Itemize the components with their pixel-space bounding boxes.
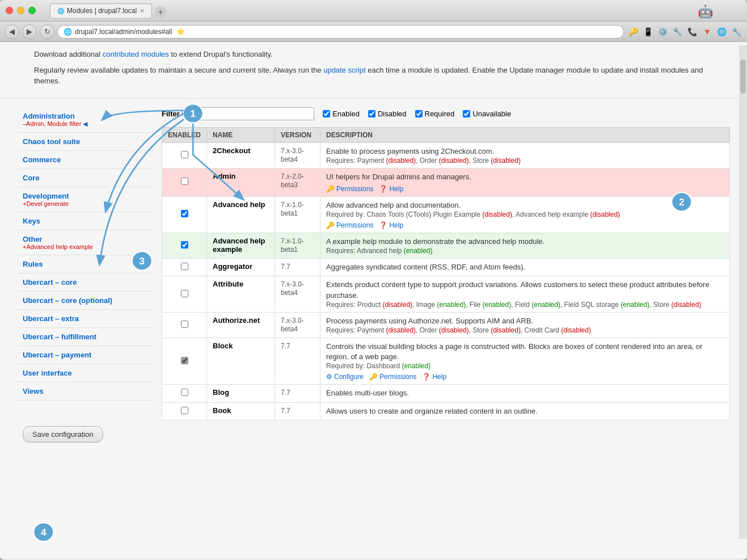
nav-icon-1[interactable]: 🔑 — [627, 26, 639, 38]
module-name: Admin — [213, 172, 235, 180]
nav-icon-2[interactable]: 📱 — [642, 26, 654, 38]
sidebar-link-views[interactable]: Views — [23, 387, 44, 395]
nav-icon-7[interactable]: 🌐 — [715, 26, 728, 38]
page-content: Download additional contributed modules … — [0, 42, 747, 558]
module-help-link[interactable]: ❓Help — [422, 373, 446, 381]
sidebar-link-ubercart-core[interactable]: Ubercart – core — [23, 278, 77, 287]
nav-icon-8[interactable]: 🔧 — [730, 26, 742, 38]
filter-unavailable[interactable]: Unavailable — [463, 110, 511, 118]
sidebar-link-ubercart-payment[interactable]: Ubercart – payment — [23, 351, 91, 359]
module-enable-checkbox[interactable] — [181, 151, 188, 158]
sidebar-item-keys[interactable]: Keys — [17, 212, 153, 230]
scrollbar[interactable] — [739, 45, 747, 539]
filter-disabled[interactable]: Disabled — [368, 110, 407, 118]
forward-button[interactable]: ▶ — [22, 24, 37, 39]
nav-icon-5[interactable]: 📞 — [686, 26, 698, 38]
sidebar-item-other[interactable]: Other +Advanced help example — [17, 230, 153, 255]
maximize-button[interactable] — [28, 7, 36, 14]
nav-icon-4[interactable]: 🔧 — [671, 26, 683, 38]
module-permissions-link[interactable]: 🔑Permissions — [326, 185, 373, 193]
module-configure-link[interactable]: ⚙Configure — [326, 373, 364, 381]
module-enable-checkbox[interactable] — [181, 357, 188, 364]
module-version-cell: 7.x-2.0-beta3 — [275, 168, 320, 196]
module-help-link[interactable]: ❓Help — [379, 221, 403, 229]
module-description-cell: A example help module to demonstrate the… — [320, 233, 730, 259]
sidebar-link-development[interactable]: Development — [23, 192, 69, 200]
module-permissions-link[interactable]: 🔑Permissions — [326, 221, 373, 229]
sidebar-link-ubercart-fulfill[interactable]: Ubercart – fulfillment — [23, 332, 96, 341]
filter-required[interactable]: Required — [415, 110, 455, 118]
module-version-cell: 7.x-3.0-beta4 — [275, 276, 320, 312]
filter-enabled[interactable]: Enabled — [323, 110, 360, 118]
sidebar-link-administration[interactable]: Administration — [23, 112, 75, 120]
sidebar-link-core[interactable]: Core — [23, 174, 40, 182]
sidebar-link-keys[interactable]: Keys — [23, 217, 40, 225]
refresh-button[interactable]: ↻ — [40, 24, 54, 39]
help-icon: ❓ — [422, 373, 431, 381]
module-name-cell: Block — [207, 338, 275, 385]
contributed-modules-link[interactable]: contributed modules — [103, 50, 169, 58]
address-bar[interactable]: 🌐 drupal7.local/admin/modules#all ⭐ — [57, 25, 624, 39]
nav-icon-6[interactable]: 🔻 — [700, 26, 713, 38]
module-enable-checkbox[interactable] — [181, 210, 188, 217]
sidebar-link-ui[interactable]: User interface — [23, 369, 72, 377]
back-button[interactable]: ◀ — [5, 24, 19, 39]
filter-unavailable-checkbox[interactable] — [463, 110, 470, 117]
table-row: Blog7.7Enables multi-user blogs. — [162, 385, 730, 402]
sidebar-item-development[interactable]: Development +Devel generate — [17, 187, 153, 212]
sidebar-item-commerce[interactable]: Commerce — [17, 151, 153, 169]
module-name: Advanced help example — [213, 237, 265, 254]
module-name-cell: Advanced help — [207, 196, 275, 233]
sidebar-link-chaos[interactable]: Chaos tool suite — [23, 137, 80, 146]
content-area: 1 2 3 4 — [0, 99, 747, 559]
sidebar-item-ubercart-fulfill[interactable]: Ubercart – fulfillment — [17, 328, 153, 346]
filter-required-checkbox[interactable] — [415, 110, 423, 117]
sidebar-link-other[interactable]: Other — [23, 235, 43, 243]
active-tab[interactable]: 🌐 Modules | drupal7.local ✕ — [50, 3, 152, 18]
sidebar-link-commerce[interactable]: Commerce — [23, 155, 61, 164]
permissions-icon: 🔑 — [326, 185, 335, 193]
sidebar-link-rules[interactable]: Rules — [23, 260, 43, 268]
configure-icon: ⚙ — [326, 373, 332, 381]
module-enable-checkbox[interactable] — [181, 241, 188, 249]
module-enable-checkbox[interactable] — [181, 290, 188, 297]
col-name: NAME — [207, 127, 275, 142]
sidebar-item-ubercart-core-opt[interactable]: Ubercart – core (optional) — [17, 292, 153, 310]
scrollbar-thumb[interactable] — [740, 60, 746, 94]
title-bar: 🌐 Modules | drupal7.local ✕ + 🤖 — [0, 0, 747, 22]
new-tab-button[interactable]: + — [155, 6, 166, 18]
module-enable-checkbox[interactable] — [181, 389, 188, 396]
close-button[interactable] — [6, 7, 13, 14]
sidebar-item-ubercart-core[interactable]: Ubercart – core — [17, 273, 153, 292]
sidebar-sub-other: +Advanced help example — [23, 243, 147, 250]
module-enable-checkbox[interactable] — [181, 263, 188, 270]
module-enable-checkbox[interactable] — [181, 407, 188, 414]
sidebar-item-ubercart-payment[interactable]: Ubercart – payment — [17, 346, 153, 364]
module-enable-checkbox[interactable] — [181, 178, 188, 185]
save-configuration-button[interactable]: Save configuration — [23, 426, 103, 443]
module-version-cell: 7.7 — [275, 259, 320, 276]
sidebar-item-administration[interactable]: Administration –Admin, Module filter ◀ — [17, 107, 153, 133]
sidebar-link-ubercart-extra[interactable]: Ubercart – extra — [23, 314, 79, 323]
sidebar-item-chaos[interactable]: Chaos tool suite — [17, 133, 153, 151]
module-description: Allows users to create and organize rela… — [326, 406, 724, 416]
sidebar-item-core[interactable]: Core — [17, 169, 153, 187]
col-enabled: ENABLED — [162, 127, 207, 142]
filter-input[interactable] — [201, 107, 314, 120]
nav-icon-3[interactable]: ⚙️ — [656, 26, 669, 38]
module-help-link[interactable]: ❓Help — [379, 185, 403, 193]
sidebar-item-ui[interactable]: User interface — [17, 364, 153, 382]
info-line-1: Download additional contributed modules … — [34, 49, 713, 60]
sidebar-item-rules[interactable]: Rules — [17, 255, 153, 273]
module-enable-checkbox[interactable] — [181, 321, 188, 328]
sidebar-item-ubercart-extra[interactable]: Ubercart – extra — [17, 310, 153, 328]
tab-close-icon[interactable]: ✕ — [140, 7, 145, 15]
sidebar-item-views[interactable]: Views — [17, 382, 153, 401]
update-script-link[interactable]: update script — [323, 66, 365, 74]
minimize-button[interactable] — [17, 7, 24, 14]
module-requires: Required by: Dashboard (enabled) — [326, 362, 724, 370]
filter-disabled-checkbox[interactable] — [368, 110, 375, 117]
module-permissions-link[interactable]: 🔑Permissions — [369, 373, 416, 381]
filter-enabled-checkbox[interactable] — [323, 110, 330, 117]
sidebar-link-ubercart-core-opt[interactable]: Ubercart – core (optional) — [23, 296, 112, 305]
